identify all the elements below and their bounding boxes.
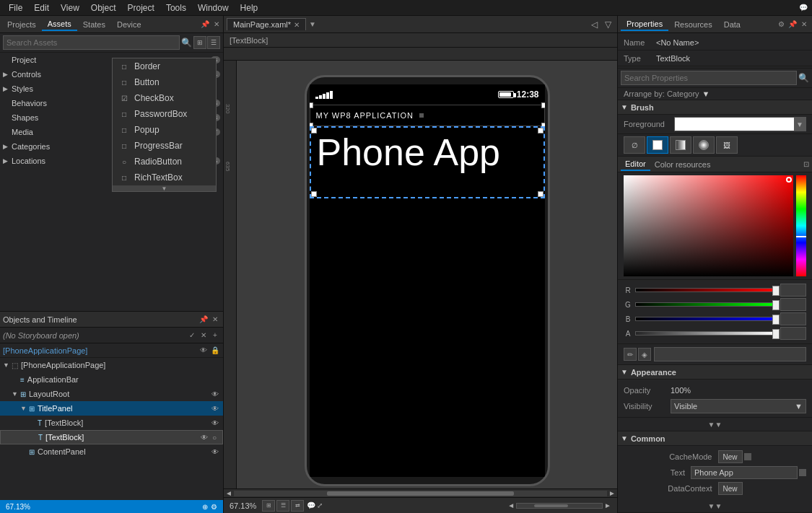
scroll-arrow-left-icon[interactable]: ◄ [507,501,515,509]
data-context-new-button[interactable]: New [718,482,743,495]
obj-textblock-1[interactable]: T [TextBlock] 👁 [0,416,223,430]
doc-tab-close-icon[interactable]: ✕ [294,21,300,29]
brush-value-box[interactable]: ▼ [674,117,806,131]
brush-section-header[interactable]: ▼ Brush [618,100,812,115]
grid-view-icon[interactable]: ⊞ [193,36,206,49]
obj-layoutroot[interactable]: ▼ ⊞ LayoutRoot 👁 [0,387,223,401]
b-input[interactable]: 255 [780,312,806,325]
root-item[interactable]: [PhoneApplicationPage] 👁 🔒 [0,343,223,358]
doc-tab-mainpage[interactable]: MainPage.xaml* ✕ [227,18,306,30]
r-input[interactable]: 255 [780,284,806,297]
tab-properties[interactable]: Properties [621,18,668,31]
obj-textblock-2[interactable]: T [TextBlock] 👁 ○ [0,430,223,444]
tab-projects[interactable]: Projects [1,19,42,30]
visibility-icon[interactable]: 👁 [210,418,220,428]
search-assets-input[interactable] [3,35,180,50]
cm-passwordbox[interactable]: □ PasswordBox [113,106,216,122]
menu-file[interactable]: File [3,1,28,14]
appearance-section-header[interactable]: ▼ Appearance [618,365,812,380]
search-props-icon[interactable]: 🔍 [798,73,809,83]
view-mode-1-icon[interactable]: ⊞ [262,500,275,512]
h-scroll-track[interactable] [234,491,607,496]
visibility-icon[interactable]: 👁 [210,447,220,457]
g-slider[interactable] [635,302,777,307]
scroll-canvas-icon[interactable]: ◁ [588,19,601,30]
menu-view[interactable]: View [55,1,85,14]
menu-help[interactable]: Help [235,1,264,14]
arrange-dropdown[interactable]: ▼ [702,89,710,98]
tab-device[interactable]: Device [111,19,147,30]
b-slider[interactable] [635,317,777,321]
swap-icon[interactable]: ⇄ [291,500,304,512]
obj-titlepanel[interactable]: ▼ ⊞ TitlePanel 👁 [0,401,223,416]
hex-input[interactable]: #FFFFFFFF [654,347,806,361]
settings-icon[interactable]: ⚙ [211,503,217,511]
editor-tab-color-resources[interactable]: Color resources [650,159,715,170]
scroll-left-icon[interactable]: ◄ [225,489,232,497]
obj-appbar[interactable]: ≡ ApplicationBar [0,372,223,387]
visibility-dropdown[interactable]: Visible ▼ [671,399,806,413]
pin-button[interactable]: 📌 [200,19,210,30]
obj-phone-page[interactable]: ▼ ⬚ [PhoneApplicationPage] [0,358,223,372]
color-hue-strip[interactable] [796,175,806,276]
close-panel-button[interactable]: ✕ [211,19,222,30]
doc-tab-arrow-icon[interactable]: ▼ [309,20,316,28]
cm-checkbox[interactable]: ☑ CheckBox [113,90,216,106]
visibility-icon[interactable]: 👁 [210,403,220,413]
eyedropper-icon[interactable]: ✏ [624,348,637,361]
brush-type-image[interactable]: 🖼 [716,136,738,154]
menu-edit[interactable]: Edit [28,1,55,14]
appearance-more-icon[interactable]: ▼▼ [708,421,722,429]
brush-type-linear[interactable] [670,136,691,154]
tab-data[interactable]: Data [718,19,746,30]
cache-mode-new-button[interactable]: New [718,450,743,463]
obj-contentpanel[interactable]: ⊞ ContentPanel 👁 [0,444,223,459]
pin-right-icon[interactable]: 📌 [787,19,798,30]
menu-project[interactable]: Project [122,1,160,14]
pin-objects-button[interactable]: 📌 [198,315,209,325]
expand-icon[interactable]: ⤢ [317,501,323,509]
search-icon[interactable]: 🔍 [181,38,192,48]
r-slider[interactable] [635,288,777,292]
collapse-canvas-icon[interactable]: ▽ [602,19,614,30]
close-objects-button[interactable]: ✕ [210,315,220,325]
cm-border[interactable]: □ Border [113,58,216,74]
view-mode-2-icon[interactable]: ☰ [276,500,289,512]
tab-resources[interactable]: Resources [668,19,718,30]
chat-canvas-icon[interactable]: 💬 [307,501,315,509]
h-scrollbar-track[interactable] [516,503,603,509]
add-panel-icon[interactable]: ⊕ [202,503,208,511]
tab-assets[interactable]: Assets [42,18,77,31]
brush-type-solid[interactable] [647,136,668,154]
visibility-icon[interactable]: 👁 [210,389,220,399]
close-right-icon[interactable]: ✕ [799,19,809,30]
lock-icon[interactable]: ○ [209,432,219,442]
visibility-icon[interactable]: 👁 [199,432,209,442]
menu-object[interactable]: Object [85,1,122,14]
eye-icon[interactable]: 👁 [198,346,209,356]
a-slider[interactable] [635,331,777,336]
common-section-header[interactable]: ▼ Common [618,431,812,446]
editor-pin-icon[interactable]: ⊡ [803,160,809,168]
checkmark-icon[interactable]: ✓ [187,330,197,341]
cm-progressbar[interactable]: □ ProgressBar [113,138,216,154]
add-icon[interactable]: + [210,330,220,341]
scroll-arrow-right-icon[interactable]: ► [604,501,611,509]
text-input[interactable] [691,466,798,479]
editor-tab-editor[interactable]: Editor [621,158,650,171]
brush-type-radial[interactable] [693,136,715,154]
tab-states[interactable]: States [77,19,111,30]
list-view-icon[interactable]: ☰ [207,36,220,49]
canvas-scroll[interactable]: 12:38 MY WP8 APPLICATION [237,61,617,488]
scroll-right-icon[interactable]: ► [608,489,616,497]
settings-icon[interactable]: ⚙ [776,19,786,30]
copy-color-icon[interactable]: ◈ [638,348,651,361]
cm-richtextbox[interactable]: □ RichTextBox [113,170,216,185]
cm-popup[interactable]: □ Popup [113,122,216,138]
brush-expand-icon[interactable]: ▼ [794,117,806,131]
brush-type-null[interactable]: ∅ [624,136,645,154]
g-input[interactable]: 255 [780,298,806,311]
chat-icon[interactable]: 💬 [798,2,809,14]
lock-icon[interactable]: 🔒 [210,346,220,356]
color-gradient[interactable] [624,175,793,276]
